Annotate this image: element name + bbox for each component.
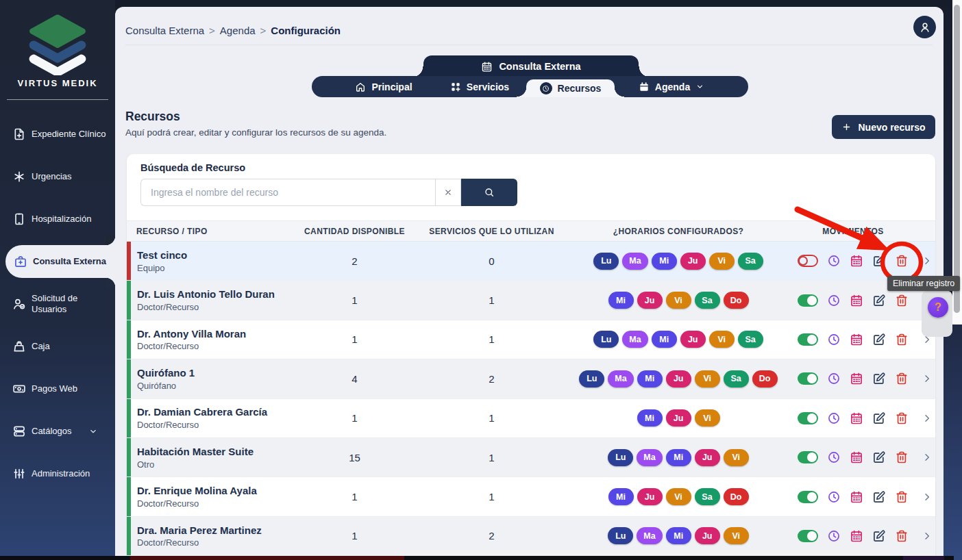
delete-button[interactable] (895, 294, 909, 307)
calendar-button[interactable] (850, 333, 863, 346)
status-toggle[interactable] (798, 372, 818, 385)
resource-type: Doctor/Recurso (137, 498, 295, 509)
help-button[interactable]: ? (928, 297, 948, 318)
tab-servicios[interactable]: Servicios (435, 76, 524, 97)
calendar-button[interactable] (850, 529, 863, 543)
sidebar-item-solicitud-de-usuarios[interactable]: Solicitud de Usuarios (0, 288, 115, 320)
hours-button[interactable] (827, 490, 841, 504)
status-toggle[interactable] (798, 451, 818, 463)
clear-search-button[interactable] (435, 179, 461, 206)
day-badge-ju: Ju (695, 527, 720, 544)
brand-name: VIRTUS MEDIK (0, 78, 115, 88)
edit-button[interactable] (872, 254, 886, 268)
table-row[interactable]: Dra. Maria Perez MartinezDoctor/Recurso1… (127, 517, 935, 556)
status-toggle[interactable] (798, 491, 818, 503)
stack-icon (12, 424, 26, 438)
edit-button[interactable] (872, 529, 886, 543)
day-badge-mi: Mi (608, 488, 634, 505)
edit-button[interactable] (872, 450, 886, 464)
column-header: CANTIDAD DISPONIBLE (295, 227, 415, 236)
table-row[interactable]: Dr. Damian Cabrera GarcíaDoctor/Recurso1… (127, 399, 935, 438)
configured-days: MiJuViSaDo (569, 488, 788, 505)
person-icon (919, 21, 931, 34)
edit-icon (872, 372, 886, 385)
edit-button[interactable] (872, 411, 886, 425)
chevron-down-icon (88, 427, 98, 436)
sidebar-item-consulta-externa[interactable]: Consulta Externa (5, 245, 115, 278)
sidebar-item-pagos-web[interactable]: Pagos Web (0, 372, 115, 405)
sidebar-item-cat-logos[interactable]: Catálogos (0, 415, 115, 448)
breadcrumb-item[interactable]: Consulta Externa (125, 25, 204, 36)
configured-days: LuMaMiJuViSa (569, 253, 788, 270)
chevron-right-icon (922, 531, 933, 542)
sidebar-item-caja[interactable]: Caja (0, 330, 115, 363)
hours-button[interactable] (827, 333, 841, 346)
delete-button[interactable] (895, 529, 909, 543)
user-avatar-button[interactable] (913, 16, 936, 38)
calendar-button[interactable] (850, 294, 863, 307)
delete-button[interactable] (895, 411, 909, 425)
table-row[interactable]: Test cincoEquipo20LuMaMiJuViSa (127, 242, 935, 281)
search-input[interactable] (140, 179, 435, 206)
table-row[interactable]: Dr. Luis Antonio Tello DuranDoctor/Recur… (127, 281, 935, 320)
chevron-right-icon (922, 255, 933, 266)
resource-type: Doctor/Recurso (137, 341, 295, 351)
tab-recursos[interactable]: Recursos (526, 79, 615, 97)
new-resource-button[interactable]: Nuevo recurso (832, 115, 935, 139)
sidebar-item-urgencias[interactable]: Urgencias (0, 160, 115, 193)
day-badge-lu: Lu (579, 370, 604, 387)
tab-navigation: Consulta Externa PrincipalServiciosRecur… (115, 55, 944, 98)
edit-button[interactable] (872, 372, 886, 385)
row-expand-chevron[interactable] (918, 255, 935, 266)
tab-principal[interactable]: Principal (339, 76, 428, 97)
table-row[interactable]: Habitación Master SuiteOtro151LuMaMiJuVi (127, 438, 935, 477)
row-expand-chevron[interactable] (918, 452, 935, 463)
table-row[interactable]: Quirófano 1Quirófano42LuMaMiJuViSaDo (127, 359, 935, 398)
tab-agenda[interactable]: Agenda (620, 76, 723, 97)
calendar-button[interactable] (850, 411, 863, 425)
search-label: Búsqueda de Recurso (140, 162, 245, 173)
day-badge-mi: Mi (608, 292, 634, 309)
status-toggle[interactable] (798, 333, 818, 346)
edit-button[interactable] (872, 294, 886, 307)
calendar-button[interactable] (850, 254, 863, 268)
delete-button[interactable] (895, 372, 909, 385)
calendar-button[interactable] (850, 490, 863, 504)
delete-button[interactable] (895, 450, 909, 464)
delete-button[interactable] (895, 490, 909, 504)
header-divider (125, 44, 933, 45)
table-row[interactable]: Dr. Enrique Molina AyalaDoctor/Recurso11… (127, 477, 935, 516)
search-button[interactable] (461, 179, 517, 206)
breadcrumb-item[interactable]: Agenda (220, 25, 256, 36)
status-toggle[interactable] (798, 530, 818, 542)
sidebar-item-expediente-cl-nico[interactable]: Expediente Clínico (0, 118, 115, 151)
resource-name: Test cinco (137, 249, 295, 262)
table-row[interactable]: Dr. Antony Villa MoranDoctor/Recurso11Lu… (127, 320, 935, 359)
hours-button[interactable] (827, 411, 841, 425)
row-expand-chevron[interactable] (918, 531, 935, 542)
trash-icon (895, 294, 909, 307)
edit-button[interactable] (872, 333, 886, 346)
services-count: 1 (415, 452, 569, 463)
status-toggle[interactable] (798, 294, 818, 307)
column-header: SERVICIOS QUE LO UTILIZAN (415, 227, 569, 236)
sidebar-item-administraci-n[interactable]: Administración (0, 457, 115, 490)
scrollbar-thumb[interactable] (954, 5, 960, 313)
edit-button[interactable] (872, 490, 886, 504)
row-expand-chevron[interactable] (918, 413, 935, 424)
hours-button[interactable] (827, 372, 841, 385)
status-toggle[interactable] (798, 255, 818, 267)
table-header: RECURSO / TIPOCANTIDAD DISPONIBLESERVICI… (127, 220, 935, 242)
row-expand-chevron[interactable] (918, 492, 935, 502)
calendar-button[interactable] (850, 372, 863, 385)
calendar-button[interactable] (850, 450, 863, 464)
sidebar-item-hospitalizaci-n[interactable]: Hospitalización (0, 203, 115, 236)
hours-button[interactable] (827, 450, 841, 464)
delete-button[interactable] (895, 333, 909, 346)
hours-button[interactable] (827, 254, 841, 268)
hours-button[interactable] (827, 294, 841, 307)
delete-button[interactable] (895, 254, 909, 268)
hours-button[interactable] (827, 529, 841, 543)
status-toggle[interactable] (798, 412, 818, 424)
row-expand-chevron[interactable] (918, 373, 935, 384)
